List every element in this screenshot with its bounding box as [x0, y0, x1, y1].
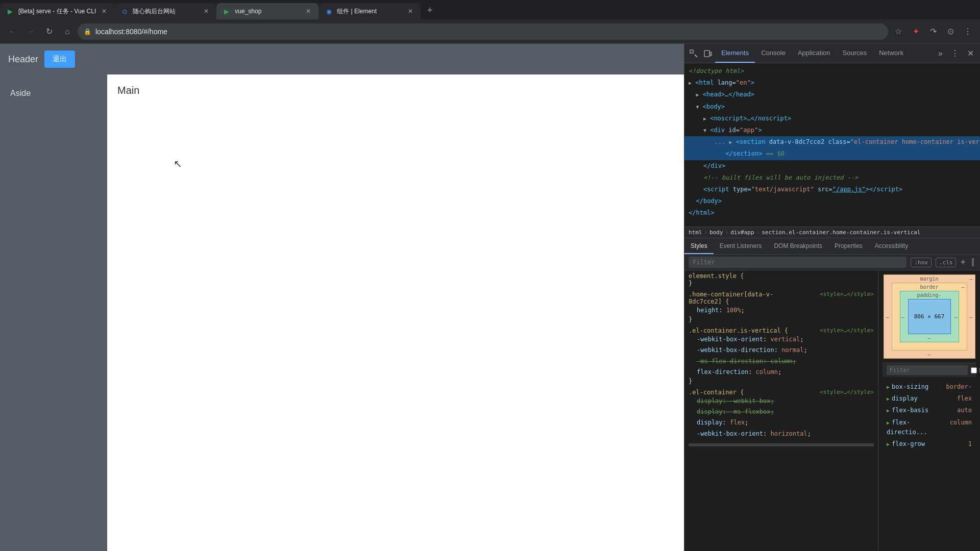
tab-title-4: 组件 | Element	[337, 7, 402, 16]
back-button[interactable]: ←	[4, 23, 20, 40]
header-text: Header	[8, 54, 38, 65]
dom-line[interactable]: </html>	[684, 207, 980, 219]
tab-3[interactable]: ▶ vue_shop ✕	[216, 3, 318, 19]
devtools-options-icon[interactable]: ⋮	[947, 48, 963, 58]
computed-filter-input[interactable]	[887, 365, 968, 375]
tab-sources[interactable]: Sources	[837, 44, 873, 63]
dom-line[interactable]: ▼ <body>	[684, 101, 980, 113]
vivaldi-icon[interactable]: ✦	[908, 23, 924, 40]
new-tab-button[interactable]: +	[423, 3, 437, 17]
prop-flex-basis[interactable]: ▶flex-basis auto	[887, 405, 972, 416]
dom-line[interactable]: </body>	[684, 195, 980, 207]
breadcrumb-body[interactable]: body	[709, 229, 723, 236]
style-tab-accessibility[interactable]: Accessibility	[869, 238, 914, 254]
dom-line-section-close[interactable]: </section> == $0	[684, 148, 980, 160]
webpage-inner: Header 退出 Aside Main ↖	[0, 44, 684, 551]
devtools-close-icon[interactable]: ✕	[963, 48, 978, 58]
css-source-3[interactable]: <style>…</style>	[820, 389, 874, 396]
css-source-2[interactable]: <style>…</style>	[820, 327, 874, 334]
reload-button[interactable]: ↻	[41, 23, 57, 40]
browser-window: ▶ [Beta] serve - 任务 - Vue CLI ✕ ⊙ 随心购后台网…	[0, 0, 980, 551]
prop-flex-grow[interactable]: ▶flex-grow 1	[887, 438, 972, 450]
svg-line-1	[695, 55, 697, 57]
star-button[interactable]: ☆	[890, 23, 906, 40]
tab-bar: ▶ [Beta] serve - 任务 - Vue CLI ✕ ⊙ 随心购后台网…	[0, 0, 980, 19]
box-model-panel: margin – border – padding- – 806 × 667	[878, 270, 980, 551]
hov-filter-button[interactable]: :hov	[911, 258, 932, 267]
filter-input[interactable]	[689, 257, 906, 268]
profile-button[interactable]: ⊙	[942, 23, 959, 40]
page-body: Aside Main ↖	[0, 74, 684, 551]
tab-title-3: vue_shop	[235, 8, 300, 15]
dom-line[interactable]: ▼ <div id="app">	[684, 124, 980, 136]
breadcrumb-html[interactable]: html	[689, 229, 702, 236]
menu-button[interactable]: ⋮	[960, 23, 976, 40]
address-text: localhost:8080/#/home	[95, 28, 882, 36]
device-toggle-icon[interactable]	[701, 46, 715, 61]
devtools-panel: Elements Console Application Sources Net…	[684, 44, 980, 551]
page-main: Main ↖	[107, 74, 684, 551]
border-label: border	[920, 284, 938, 290]
tab-2[interactable]: ⊙ 随心购后台网站 ✕	[114, 3, 216, 19]
show-all-label: Show all	[971, 367, 980, 374]
css-rules-panel[interactable]: element.style { } .home-container[data-v…	[684, 270, 878, 551]
forward-button[interactable]: →	[22, 23, 39, 40]
tab-close-3[interactable]: ✕	[304, 7, 312, 15]
browser-content: Header 退出 Aside Main ↖	[0, 44, 980, 551]
dom-panel[interactable]: <!doctype html> ▶ <html lang="en"> ▶ <he…	[684, 63, 980, 227]
dom-line-selected[interactable]: ... ▶ <section data-v-8dc7cce2 class="el…	[684, 136, 980, 148]
css-rule-element: element.style { }	[689, 272, 874, 287]
box-size: 806 × 667	[914, 313, 945, 320]
prop-box-sizing[interactable]: ▶box-sizing border-	[887, 381, 972, 393]
exit-button[interactable]: 退出	[44, 51, 75, 68]
styles-panel: Styles Event Listeners DOM Breakpoints P…	[684, 238, 980, 551]
history-button[interactable]: ↷	[925, 23, 941, 40]
dom-line[interactable]: ▶ <head>…</head>	[684, 89, 980, 101]
inspect-icon[interactable]	[687, 46, 701, 61]
browser-toolbar: ← → ↻ ⌂ 🔒 localhost:8080/#/home ☆ ✦ ↷ ⊙ …	[0, 19, 980, 44]
margin-label: margin	[920, 276, 938, 282]
dom-line[interactable]: <!doctype html>	[684, 65, 980, 77]
tab-1[interactable]: ▶ [Beta] serve - 任务 - Vue CLI ✕	[0, 3, 114, 19]
devtools-toolbar: Elements Console Application Sources Net…	[684, 44, 980, 63]
tab-application[interactable]: Application	[792, 44, 837, 63]
tab-network[interactable]: Network	[873, 44, 910, 63]
box-model-border: border – padding- – 806 × 667 – –	[892, 283, 967, 350]
tab-console[interactable]: Console	[755, 44, 792, 63]
scroll-indicator	[972, 258, 974, 266]
box-model-content: 806 × 667	[908, 299, 951, 334]
prop-flex-direction[interactable]: ▶flex-directio... column	[887, 417, 972, 438]
tab-title-1: [Beta] serve - 任务 - Vue CLI	[18, 7, 96, 16]
style-tab-event-listeners[interactable]: Event Listeners	[714, 238, 768, 254]
main-text: Main	[117, 85, 674, 96]
address-bar[interactable]: 🔒 localhost:8080/#/home	[78, 23, 888, 40]
style-tab-properties[interactable]: Properties	[828, 238, 869, 254]
cursor-area: ↖	[174, 158, 674, 170]
cls-filter-button[interactable]: .cls	[936, 258, 957, 267]
dom-line[interactable]: ▶ <html lang="en">	[684, 77, 980, 89]
css-source-1[interactable]: <style>…</style>	[820, 291, 874, 298]
prop-display[interactable]: ▶display flex	[887, 393, 972, 405]
tab-4[interactable]: ◉ 组件 | Element ✕	[318, 3, 421, 19]
dom-line[interactable]: </div>	[684, 160, 980, 172]
add-style-button[interactable]: +	[960, 258, 966, 267]
tab-close-4[interactable]: ✕	[406, 7, 414, 15]
toolbar-right: ☆ ✦ ↷ ⊙ ⋮	[890, 23, 976, 40]
style-tab-dom-breakpoints[interactable]: DOM Breakpoints	[768, 238, 828, 254]
aside-text: Aside	[0, 83, 107, 104]
tab-close-1[interactable]: ✕	[100, 7, 108, 15]
home-button[interactable]: ⌂	[59, 23, 76, 40]
tab-elements[interactable]: Elements	[715, 44, 755, 63]
tab-title-2: 随心购后台网站	[133, 7, 198, 16]
dom-line[interactable]: <script type="text/javascript" src="/app…	[684, 184, 980, 195]
tab-close-2[interactable]: ✕	[202, 7, 210, 15]
dom-line[interactable]: ▶ <noscript>…</noscript>	[684, 113, 980, 124]
breadcrumb-div[interactable]: div#app	[730, 229, 754, 236]
style-tab-styles[interactable]: Styles	[684, 238, 714, 254]
css-rule-home-container: .home-container[data-v- <style>…</style>…	[689, 291, 874, 323]
dom-line[interactable]: <!-- built files will be auto injected -…	[684, 172, 980, 184]
more-tabs-icon[interactable]: »	[934, 49, 947, 58]
computed-props: ▶box-sizing border- ▶display flex ▶flex-…	[883, 379, 976, 547]
show-all-checkbox[interactable]	[971, 367, 977, 373]
breadcrumb-section[interactable]: section.el-container.home-container.is-v…	[762, 229, 920, 236]
